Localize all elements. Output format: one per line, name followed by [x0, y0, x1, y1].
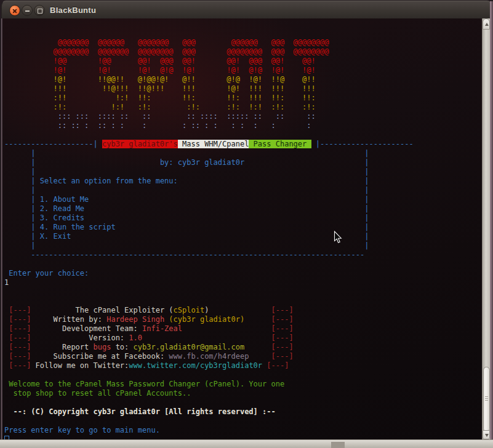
text-segment: [---]: [9, 352, 31, 361]
ascii-art-line: !@@ !@@ @@! @@@ @@! @@! @@@ @@! @@!: [53, 57, 329, 65]
minimize-button[interactable]: [22, 5, 33, 16]
terminal-line: Press enter key to go to main menu.: [4, 426, 414, 435]
text-segment: |: [31, 241, 35, 250]
spacer: [142, 334, 271, 342]
spacer: [36, 223, 40, 231]
scroll-down-button[interactable]: [483, 430, 490, 439]
spacer: [4, 38, 53, 47]
terminal-line: [4, 297, 414, 306]
spacer: [36, 214, 40, 222]
text-segment: (cyb3r gladiat0r): [169, 315, 244, 324]
bottom-edge: [0, 439, 493, 448]
terminal-line: :: :: : :: : : : : :: : : : : : : :: [4, 121, 414, 130]
text-segment: |---------------------: [316, 140, 414, 148]
scrollbar[interactable]: [482, 18, 490, 439]
facebook-link[interactable]: www.fb.com/h4rdeep: [169, 352, 249, 361]
spacer: [36, 167, 365, 176]
text-segment: |: [364, 214, 369, 222]
prompt-press-enter: Press enter key to go to main menu.: [4, 426, 160, 434]
terminal-line: | 3. Credits |: [4, 214, 414, 223]
terminal-line: | by: cyb3r gladiat0r |: [4, 158, 414, 167]
spacer: [4, 177, 31, 185]
text-segment: [---]: [9, 343, 31, 351]
scroll-up-button[interactable]: [483, 18, 490, 30]
text-segment: |: [364, 195, 369, 204]
terminal-line: !!! !!@!!! !!@!!! !!! !@! !!! !!! !!!: [4, 84, 414, 94]
text-segment: [---]: [271, 352, 294, 361]
text-segment: |: [364, 232, 369, 241]
spacer: [31, 343, 62, 351]
spacer: [4, 223, 31, 231]
text-segment: [---]: [271, 315, 294, 324]
spacer: [4, 250, 31, 259]
spacer: [36, 232, 40, 241]
text-segment: [---]: [9, 324, 31, 333]
spacer: [36, 177, 40, 185]
text-segment: [---]: [271, 334, 294, 342]
menu-item-readme: 2. Read Me: [40, 204, 84, 213]
terminal-line: | Select an option from the menu: |: [4, 177, 414, 186]
spacer: [244, 315, 271, 324]
terminal-line: @@@@@@@ @@@@@@ @@@@@@@ @@@ @@@@@@ @@@ @@…: [4, 38, 414, 47]
terminal-line: ----------------------------------------…: [4, 250, 414, 260]
terminal-line: | 4. Run the script |: [4, 223, 414, 232]
text-segment: |: [31, 149, 35, 158]
menu-prompt: Select an option from the menu:: [40, 177, 178, 185]
scrollbar-grip-icon: [485, 396, 488, 401]
spacer: [4, 84, 53, 93]
spacer: [36, 158, 160, 167]
text-segment: |: [31, 158, 35, 167]
terminal-line: [4, 29, 414, 38]
spacer: [209, 306, 271, 314]
welcome-text: stop shop to reset all cPanel Accounts..: [13, 389, 191, 398]
spacer: [4, 241, 31, 250]
terminal-line: [---] Version: 1.0 [---]: [4, 334, 414, 343]
twitter-link[interactable]: www.twitter.com/cyb3rgladiat0r: [129, 361, 262, 370]
scrollbar-thumb[interactable]: [483, 367, 490, 432]
spacer: [36, 195, 40, 204]
spacer: [4, 389, 13, 398]
text-segment: |: [364, 204, 369, 213]
text-segment: bugs: [94, 343, 111, 351]
spacer: [36, 204, 40, 213]
spacer: [116, 223, 365, 231]
text-segment: to:: [111, 343, 133, 351]
terminal-line: [---] Follow me on Twitter:www.twitter.c…: [4, 361, 414, 370]
spacer: [4, 75, 53, 84]
terminal[interactable]: @@@@@@@ @@@@@@ @@@@@@@ @@@ @@@@@@ @@@ @@…: [2, 18, 482, 439]
spacer: [36, 186, 365, 194]
terminal-line: [4, 435, 414, 439]
text-segment: [---]: [271, 306, 294, 314]
terminal-line: | X. Exit |: [4, 232, 414, 241]
terminal-line: [---] Development Team: Infi-Zeal [---]: [4, 324, 414, 334]
text-segment: |: [31, 186, 35, 194]
terminal-line: | |: [4, 167, 414, 177]
spacer: [31, 352, 53, 361]
text-segment: --------------------|: [4, 140, 98, 148]
text-segment: Development Team:: [62, 324, 142, 333]
terminal-line: @@@@@@@@ @@@@@@@ @@@@@@@@ @@@ @@@@@@@@ @…: [4, 47, 414, 57]
text-segment: |: [364, 167, 369, 176]
ascii-art-line: :!: !:! :!: :!: :!: !:! :!: :!:: [53, 103, 329, 111]
text-segment: Written by:: [53, 315, 106, 324]
terminal-line: [---] Subscribe me at Facebook: www.fb.c…: [4, 352, 414, 361]
text-segment: [---]: [9, 315, 31, 324]
email-link[interactable]: cyb3r.gladiat0r@gmail.com: [134, 343, 245, 351]
terminal-line: [4, 260, 414, 269]
terminal-line: [4, 370, 414, 380]
terminal-line: [4, 287, 414, 297]
text-segment: |: [31, 204, 35, 213]
text-segment: |: [31, 177, 35, 185]
close-button[interactable]: [9, 5, 20, 16]
text-segment: |: [31, 223, 35, 231]
text-segment: |: [364, 177, 369, 185]
text-segment: |: [364, 186, 369, 194]
window-titlebar[interactable]: BlackBuntu: [1, 1, 492, 18]
spacer: [178, 177, 364, 185]
terminal-line: [---] Written by: Hardeep Singh (cyb3r g…: [4, 315, 414, 324]
text-segment: [---]: [9, 306, 31, 314]
spacer: [4, 232, 31, 241]
terminal-line: ::: ::: :::: :: :: :: :::: ::::: :: :: :…: [4, 112, 414, 121]
maximize-button[interactable]: [34, 5, 45, 16]
terminal-line: | |: [4, 241, 414, 250]
